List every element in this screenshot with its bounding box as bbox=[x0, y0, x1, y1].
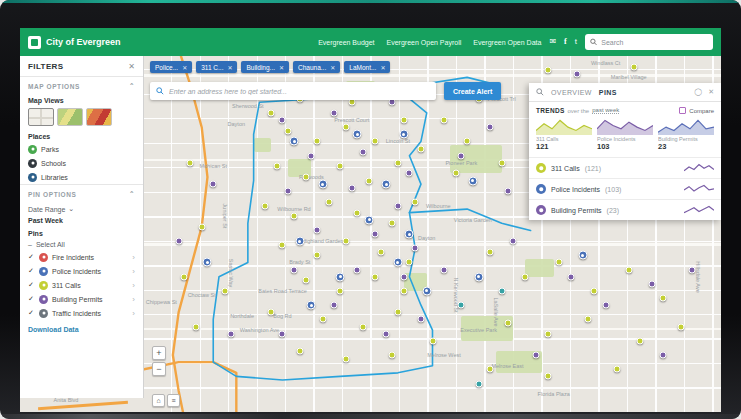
map-pin[interactable] bbox=[394, 159, 401, 166]
select-all-toggle[interactable]: – Select All bbox=[20, 239, 143, 250]
filter-chip[interactable]: 311 C...✕ bbox=[196, 61, 237, 73]
create-alert-button[interactable]: Create Alert bbox=[444, 82, 501, 100]
compare-toggle[interactable]: Compare bbox=[679, 107, 714, 114]
search-icon[interactable] bbox=[536, 88, 544, 96]
map-pin[interactable] bbox=[291, 266, 298, 273]
map-pin[interactable] bbox=[371, 138, 378, 145]
trend-card[interactable]: Police Incidents103 bbox=[597, 118, 653, 151]
pin-filter-item[interactable]: ✓Police Incidents› bbox=[20, 264, 143, 278]
map-pin[interactable] bbox=[422, 286, 431, 295]
pin-options-header[interactable]: PIN OPTIONS ⌃ bbox=[20, 184, 143, 201]
map-pin[interactable] bbox=[377, 248, 384, 255]
filters-close-icon[interactable]: ✕ bbox=[128, 62, 135, 71]
pin-filter-item[interactable]: ✓311 Calls› bbox=[20, 278, 143, 292]
map-pin[interactable] bbox=[458, 152, 465, 159]
map-pin[interactable] bbox=[637, 337, 644, 344]
check-icon[interactable]: ✓ bbox=[28, 281, 35, 289]
map-pin[interactable] bbox=[417, 316, 424, 323]
map-pin[interactable] bbox=[210, 181, 217, 188]
map-pin[interactable] bbox=[273, 163, 280, 170]
map-pin[interactable] bbox=[474, 272, 483, 281]
map-view-thumbnail-default[interactable] bbox=[28, 108, 54, 126]
date-range-dropdown[interactable]: Date Range ⌄ bbox=[20, 201, 143, 213]
site-search[interactable] bbox=[585, 34, 713, 50]
pin-summary-row[interactable]: Building Permits (23) bbox=[529, 199, 721, 220]
trends-range-dropdown[interactable]: past week bbox=[592, 107, 619, 114]
map-pin[interactable] bbox=[498, 159, 505, 166]
filter-chip[interactable]: Chauna...✕ bbox=[293, 61, 340, 73]
pin-filter-item[interactable]: ✓Building Permits› bbox=[20, 292, 143, 306]
map-pin[interactable] bbox=[319, 316, 326, 323]
map-pin[interactable] bbox=[227, 330, 234, 337]
map-pin[interactable] bbox=[602, 302, 609, 309]
map-pin[interactable] bbox=[383, 330, 390, 337]
map-pin[interactable] bbox=[302, 174, 309, 181]
map-pin[interactable] bbox=[406, 259, 413, 266]
map-pin[interactable] bbox=[262, 202, 269, 209]
map-pin[interactable] bbox=[660, 295, 667, 302]
map-pin[interactable] bbox=[279, 241, 286, 248]
map-pin[interactable] bbox=[354, 266, 361, 273]
map-pin[interactable] bbox=[348, 184, 355, 191]
download-data-link[interactable]: Download Data bbox=[20, 320, 143, 339]
map-pin[interactable] bbox=[573, 70, 580, 77]
map-pin[interactable] bbox=[591, 287, 598, 294]
map-pin[interactable] bbox=[371, 231, 378, 238]
map-pin[interactable] bbox=[382, 180, 391, 189]
pin-filter-item[interactable]: ✓Fire Incidents› bbox=[20, 250, 143, 264]
map-pin[interactable] bbox=[400, 287, 407, 294]
close-icon[interactable]: ✕ bbox=[708, 88, 714, 96]
map-pin[interactable] bbox=[487, 124, 494, 131]
map-pin[interactable] bbox=[394, 202, 401, 209]
map-pin[interactable] bbox=[631, 63, 638, 70]
map-pin[interactable] bbox=[325, 198, 332, 205]
map-pin[interactable] bbox=[389, 352, 396, 359]
nav-link[interactable]: Evergreen Open Payroll bbox=[387, 39, 462, 46]
map-pin[interactable] bbox=[399, 130, 408, 139]
map-pin[interactable] bbox=[314, 138, 321, 145]
map-pin[interactable] bbox=[487, 248, 494, 255]
map-pin[interactable] bbox=[342, 355, 349, 362]
map-pin[interactable] bbox=[689, 266, 696, 273]
map-pin[interactable] bbox=[192, 323, 199, 330]
map-pin[interactable] bbox=[441, 266, 448, 273]
pin-filter-item[interactable]: ✓Traffic Incidents› bbox=[20, 306, 143, 320]
chip-remove-icon[interactable]: ✕ bbox=[279, 64, 284, 71]
map-pin[interactable] bbox=[267, 309, 274, 316]
address-search[interactable] bbox=[150, 82, 436, 100]
map-pin[interactable] bbox=[648, 280, 655, 287]
map-pin[interactable] bbox=[314, 252, 321, 259]
map-pin[interactable] bbox=[468, 176, 477, 185]
map-pin[interactable] bbox=[175, 238, 182, 245]
locate-icon[interactable]: ◯ bbox=[694, 88, 702, 96]
map-pin[interactable] bbox=[337, 287, 344, 294]
map-pin[interactable] bbox=[181, 273, 188, 280]
map-pin[interactable] bbox=[353, 130, 362, 139]
map-pin[interactable] bbox=[279, 117, 286, 124]
map-pin[interactable] bbox=[290, 137, 299, 146]
map-pin[interactable] bbox=[279, 330, 286, 337]
map-pin[interactable] bbox=[394, 309, 401, 316]
map-pin[interactable] bbox=[544, 330, 551, 337]
map-pin[interactable] bbox=[307, 301, 316, 310]
map-pin[interactable] bbox=[389, 220, 396, 227]
filter-chip[interactable]: LaMont...✕ bbox=[344, 61, 390, 73]
map-pin[interactable] bbox=[296, 348, 303, 355]
map-options-header[interactable]: MAP OPTIONS ⌃ bbox=[20, 76, 143, 93]
chip-remove-icon[interactable]: ✕ bbox=[330, 64, 335, 71]
map-pin[interactable] bbox=[285, 188, 292, 195]
map-pin[interactable] bbox=[371, 273, 378, 280]
map-pin[interactable] bbox=[504, 320, 511, 327]
map-pin[interactable] bbox=[544, 373, 551, 380]
map-pin[interactable] bbox=[412, 198, 419, 205]
map-pin[interactable] bbox=[510, 238, 517, 245]
map-canvas[interactable]: Shelby StSherwood StDaytonPrescott Court… bbox=[144, 56, 721, 412]
map-pin[interactable] bbox=[331, 109, 338, 116]
map-pin[interactable] bbox=[412, 245, 419, 252]
place-item[interactable]: Schools bbox=[20, 156, 143, 170]
map-pin[interactable] bbox=[400, 117, 407, 124]
map-view-thumbnail-heatmap[interactable] bbox=[86, 108, 112, 126]
map-pin[interactable] bbox=[314, 227, 321, 234]
map-pin[interactable] bbox=[544, 67, 551, 74]
map-pin[interactable] bbox=[342, 124, 349, 131]
